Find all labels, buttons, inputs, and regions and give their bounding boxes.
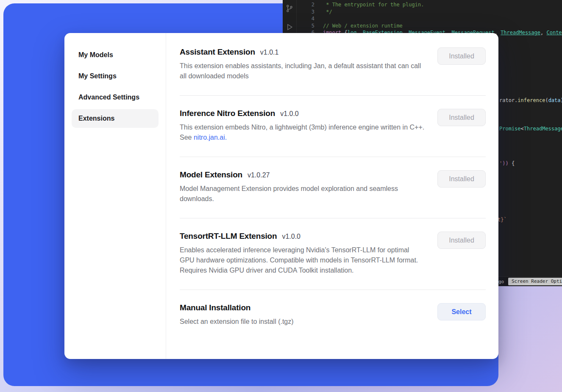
extension-title: Assistant Extension [180, 47, 255, 57]
extension-description: Enables accelerated inference leveraging… [180, 245, 425, 276]
extensions-list: Assistant Extensionv1.0.1This extension … [166, 33, 498, 359]
sidebar-item-label: My Settings [78, 72, 117, 80]
sidebar-item-my-models[interactable]: My Models [72, 46, 159, 64]
line-number: 5 [297, 22, 314, 30]
screen-reader-chip: Screen Reader Optimized [508, 278, 562, 285]
extension-description: This extension embeds Nitro, a lightweig… [180, 122, 425, 143]
extension-version: v1.0.0 [280, 110, 299, 118]
extension-description: Select an extension file to install (.tg… [180, 317, 294, 327]
extension-title: Inference Nitro Extension [180, 109, 275, 118]
extension-version: v1.0.0 [282, 233, 300, 240]
sidebar-item-label: Advanced Settings [78, 94, 139, 101]
sidebar-item-label: Extensions [78, 115, 114, 122]
source-control-icon [285, 4, 294, 13]
line-number: 2 [297, 1, 314, 8]
extension-section: Model Extensionv1.0.27Model Management E… [180, 157, 486, 218]
sidebar-item-advanced-settings[interactable]: Advanced Settings [72, 88, 159, 107]
sidebar-nav: My ModelsMy SettingsAdvanced SettingsExt… [64, 33, 166, 359]
extension-title: TensortRT-LLM Extension [180, 232, 277, 241]
installed-button[interactable]: Installed [437, 232, 486, 249]
extension-title: Manual Installation [180, 303, 250, 312]
extension-section: Assistant Extensionv1.0.1This extension … [180, 33, 486, 95]
code-fragment: ')) { [499, 160, 515, 167]
sidebar-item-label: My Models [78, 51, 113, 59]
sidebar-item-extensions[interactable]: Extensions [72, 109, 159, 128]
line-number: 4 [297, 15, 314, 22]
select-button[interactable]: Select [437, 303, 486, 320]
extension-version: v1.0.1 [260, 49, 279, 56]
extension-section: Inference Nitro Extensionv1.0.0This exte… [180, 96, 486, 157]
code-fragment: t}` [498, 216, 507, 223]
extension-section: TensortRT-LLM Extensionv1.0.0Enables acc… [180, 218, 486, 290]
run-debug-icon [285, 23, 294, 31]
extension-title: Model Extension [180, 170, 242, 179]
sidebar-item-my-settings[interactable]: My Settings [72, 67, 159, 86]
line-number: 3 [297, 8, 314, 16]
extension-version: v1.0.27 [248, 171, 270, 179]
extension-description: Model Management Extension provides mode… [180, 184, 425, 204]
extension-link[interactable]: nitro.jan.ai. [194, 134, 227, 141]
installed-button[interactable]: Installed [437, 170, 486, 188]
installed-button[interactable]: Installed [437, 47, 486, 65]
settings-modal: My ModelsMy SettingsAdvanced SettingsExt… [64, 33, 498, 359]
code-fragment: Promise<ThreadMessage> [499, 125, 562, 132]
extension-description: This extension enables assistants, inclu… [180, 61, 425, 81]
status-bar-text: go [498, 279, 504, 284]
desktop: 2 * The entrypoint for the plugin.3 */45… [0, 0, 562, 392]
extension-section: Manual InstallationSelect an extension f… [180, 290, 486, 337]
code-fragment: rator.inference(data)); [499, 97, 562, 104]
code-lines: 2 * The entrypoint for the plugin.3 */45… [297, 1, 562, 36]
installed-button[interactable]: Installed [437, 109, 486, 126]
